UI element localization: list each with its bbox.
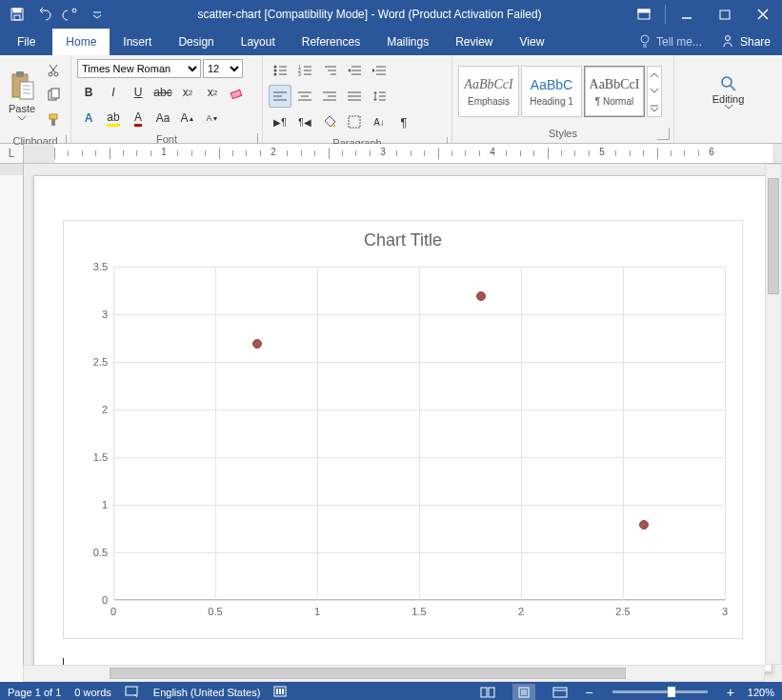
redo-icon[interactable]	[59, 3, 82, 26]
subscript-button[interactable]: x2	[176, 81, 199, 104]
format-painter-button[interactable]	[42, 109, 65, 131]
macro-icon[interactable]	[273, 686, 287, 699]
style-heading1[interactable]: AaBbC Heading 1	[521, 66, 582, 117]
chart-object[interactable]: Chart Title 00.511.522.5300.511.522.533.…	[63, 220, 743, 639]
find-icon	[719, 74, 738, 93]
editing-button[interactable]: Editing	[708, 74, 750, 110]
tab-view[interactable]: View	[507, 29, 558, 55]
tell-me[interactable]: Tell me...	[632, 29, 710, 55]
zoom-out-button[interactable]: −	[585, 685, 592, 700]
cut-button[interactable]	[42, 59, 65, 82]
status-language[interactable]: English (United States)	[153, 687, 261, 698]
share-button[interactable]: Share	[710, 29, 782, 55]
ribbon: Paste Clipboard Times New Roman 12 B I U…	[0, 55, 782, 144]
align-center-button[interactable]	[293, 85, 316, 108]
font-name-select[interactable]: Times New Roman	[77, 59, 201, 78]
copy-button[interactable]	[42, 84, 65, 107]
font-color-button[interactable]: A	[127, 107, 150, 130]
status-page[interactable]: Page 1 of 1	[8, 687, 61, 698]
web-layout-icon[interactable]	[549, 684, 571, 701]
close-icon[interactable]	[744, 0, 782, 29]
justify-button[interactable]	[343, 85, 366, 108]
borders-button[interactable]	[343, 110, 366, 133]
chart-title: Chart Title	[64, 221, 742, 254]
tell-me-label: Tell me...	[656, 35, 702, 49]
styles-dialog-launcher[interactable]	[657, 128, 670, 140]
svg-rect-15	[16, 71, 24, 77]
clear-format-button[interactable]	[226, 81, 249, 104]
numbering-button[interactable]: 123	[293, 59, 316, 82]
shading-button[interactable]	[318, 110, 341, 133]
increase-indent-button[interactable]	[368, 59, 391, 82]
zoom-in-button[interactable]: +	[727, 685, 734, 700]
svg-rect-82	[553, 688, 567, 697]
align-center-icon	[298, 90, 311, 102]
tab-design[interactable]: Design	[165, 29, 227, 55]
styles-more[interactable]	[647, 66, 662, 117]
rtl-button[interactable]: ¶◀	[293, 110, 316, 133]
ruler-corner: L	[0, 144, 24, 163]
align-left-button[interactable]	[269, 85, 291, 108]
shrink-font-button[interactable]: A▼	[201, 107, 224, 130]
grow-font-button[interactable]: A▲	[176, 107, 199, 130]
status-words[interactable]: 0 words	[74, 687, 111, 698]
tab-insert[interactable]: Insert	[110, 29, 165, 55]
vertical-ruler[interactable]	[0, 164, 24, 682]
vertical-scrollbar[interactable]	[765, 164, 782, 665]
chart-point[interactable]	[639, 520, 649, 530]
print-layout-icon[interactable]	[512, 684, 535, 701]
svg-point-13	[725, 35, 730, 40]
qat-more-icon[interactable]	[86, 3, 109, 26]
ltr-button[interactable]: ▶¶	[269, 110, 291, 133]
ribbon-tabs: File Home Insert Design Layout Reference…	[0, 29, 782, 55]
horizontal-ruler[interactable]: 123456	[24, 144, 782, 163]
strike-button[interactable]: abc	[151, 81, 174, 104]
chart-point[interactable]	[476, 291, 486, 301]
highlight-button[interactable]: ab	[102, 107, 125, 130]
svg-rect-75	[282, 689, 284, 694]
undo-icon[interactable]	[32, 3, 55, 26]
bold-button[interactable]: B	[77, 81, 100, 104]
read-mode-icon[interactable]	[476, 684, 499, 701]
save-icon[interactable]	[6, 3, 29, 26]
sort-button[interactable]: A↓	[368, 110, 391, 133]
style-emphasis[interactable]: AaBbCcI Emphasis	[458, 66, 519, 117]
tab-file[interactable]: File	[0, 29, 52, 55]
text-effects-button[interactable]: A	[77, 107, 100, 130]
multilevel-button[interactable]	[318, 59, 341, 82]
quick-access-toolbar	[0, 3, 114, 26]
zoom-level[interactable]: 120%	[748, 687, 774, 698]
spellcheck-icon[interactable]	[125, 685, 140, 700]
style-normal[interactable]: AaBbCcI ¶ Normal	[584, 66, 645, 117]
chevron-down-bar-icon	[648, 100, 661, 116]
title-bar: scatter-chart [Compatibility Mode] - Wor…	[0, 0, 782, 29]
superscript-button[interactable]: x2	[201, 81, 224, 104]
group-editing: Editing	[674, 55, 782, 143]
numbering-icon: 123	[298, 65, 311, 76]
zoom-slider[interactable]	[612, 690, 708, 693]
tab-home[interactable]: Home	[52, 29, 110, 55]
font-size-select[interactable]: 12	[203, 59, 243, 78]
ribbon-display-icon[interactable]	[625, 0, 663, 29]
maximize-icon[interactable]	[706, 0, 744, 29]
paste-button[interactable]: Paste	[6, 70, 38, 121]
tab-references[interactable]: References	[289, 29, 373, 55]
italic-button[interactable]: I	[102, 81, 125, 104]
show-marks-button[interactable]: ¶	[392, 110, 415, 133]
minimize-icon[interactable]	[668, 0, 706, 29]
tab-mailings[interactable]: Mailings	[373, 29, 442, 55]
horizontal-scrollbar[interactable]	[23, 665, 765, 682]
decrease-indent-button[interactable]	[343, 59, 366, 82]
align-right-button[interactable]	[318, 85, 341, 108]
svg-rect-28	[231, 90, 241, 98]
svg-point-29	[274, 66, 277, 69]
document-scroll[interactable]: Chart Title 00.511.522.5300.511.522.533.…	[24, 164, 782, 682]
bullets-button[interactable]	[269, 59, 291, 82]
tab-review[interactable]: Review	[442, 29, 506, 55]
underline-button[interactable]: U	[127, 81, 150, 104]
svg-point-20	[49, 72, 52, 76]
change-case-button[interactable]: Aa	[151, 107, 174, 130]
tab-layout[interactable]: Layout	[228, 29, 289, 55]
line-spacing-button[interactable]	[368, 85, 391, 108]
chart-point[interactable]	[252, 339, 262, 349]
